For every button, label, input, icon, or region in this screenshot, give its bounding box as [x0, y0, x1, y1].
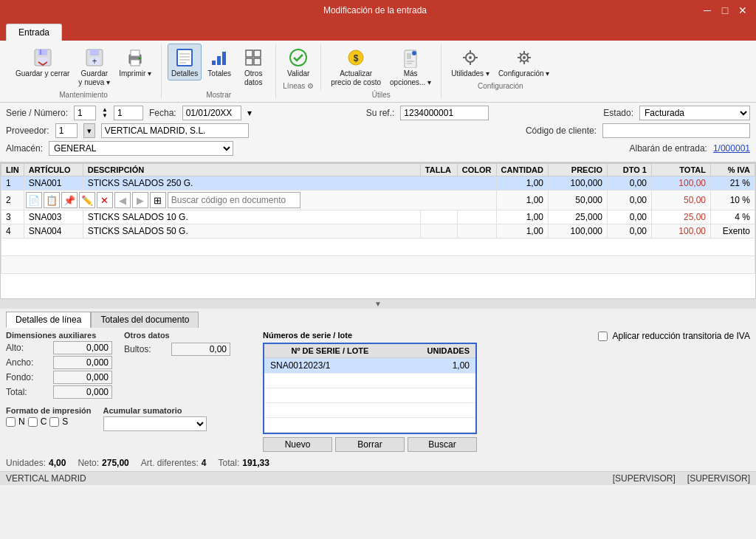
save-close-icon [31, 46, 55, 69]
almacen-label: Almacén: [6, 143, 43, 154]
lineas-label: Líneas ⚙ [283, 82, 314, 90]
utilidades-button[interactable]: Utilidades ▾ [447, 44, 493, 80]
alto-input[interactable] [53, 341, 112, 354]
configuracion-button[interactable]: Configuración ▾ [495, 44, 553, 80]
search-input[interactable] [168, 192, 300, 208]
neto-value: 275,00 [102, 458, 129, 468]
cell-iva: 4 % [711, 210, 755, 224]
numero-input[interactable] [114, 106, 143, 120]
col-lin: LIN [1, 164, 24, 176]
detalles-button[interactable]: Detalles [168, 44, 202, 80]
tab-totales-documento[interactable]: Totales del documento [91, 312, 199, 328]
acumular-select[interactable] [103, 416, 207, 431]
svg-rect-1 [38, 49, 47, 55]
ribbon-group-configuracion: Utilidades ▾ [441, 44, 559, 90]
guardar-cerrar-button[interactable]: Guardar y cerrar [12, 44, 73, 80]
almacen-select[interactable]: GENERAL [49, 141, 233, 156]
cell-descripcion: STICKS SALADOS 250 G. [83, 176, 420, 190]
toolbar-up-button[interactable]: ◀ [114, 192, 131, 208]
utilidades-label: Utilidades ▾ [451, 69, 489, 78]
borrar-button[interactable]: Borrar [335, 437, 405, 452]
svg-rect-5 [90, 49, 99, 55]
albaran-link[interactable]: 1/000001 [713, 143, 750, 154]
table-row[interactable]: 1 SNA001 STICKS SALADOS 250 G. 1,00 100,… [1, 176, 755, 190]
total-label: Total: [219, 458, 240, 468]
proveedor-lookup-button[interactable]: ▾ [83, 123, 95, 138]
table-row[interactable]: 2 📄 📋 📌 ✏️ ✕ ◀ ▶ ⊞ 1,00 50,000 [1, 190, 755, 210]
totales-button[interactable]: Totales [203, 44, 236, 80]
tab-entrada[interactable]: Entrada [6, 24, 62, 41]
close-button[interactable]: ✕ [735, 3, 750, 18]
ancho-input[interactable] [53, 356, 112, 369]
buscar-button[interactable]: Buscar [408, 437, 477, 452]
nuevo-button[interactable]: Nuevo [263, 437, 332, 452]
actualizar-precio-button[interactable]: $ Actualizarprecio de costo [327, 44, 385, 89]
otros-datos-icon [241, 46, 265, 69]
totales-label: Totales [207, 69, 231, 78]
total-input[interactable] [53, 385, 112, 399]
formato-c-checkbox[interactable] [28, 417, 38, 427]
separator[interactable]: ▼ [0, 299, 756, 309]
proveedor-id-input[interactable] [55, 123, 78, 138]
right-section: Aplicar reducción transitoria de IVA [483, 331, 750, 452]
title-bar: Modificación de la entrada ─ □ ✕ [0, 0, 756, 21]
fecha-dropdown-icon[interactable]: ▾ [247, 108, 252, 118]
guardar-nueva-button[interactable]: + Guardary nueva ▾ [75, 44, 114, 89]
acumular-title: Acumular sumatorio [103, 406, 207, 415]
cell-cantidad: 1,00 [496, 210, 548, 224]
toolbar-copy-button[interactable]: 📋 [44, 192, 60, 208]
toolbar-down-button[interactable]: ▶ [132, 192, 148, 208]
utilidades-icon [458, 46, 482, 69]
cell-precio: 25,000 [549, 210, 608, 224]
formato-n-checkbox[interactable] [6, 417, 16, 427]
proveedor-name-input[interactable] [101, 123, 249, 138]
cell-talla [420, 210, 457, 224]
col-color: COLOR [457, 164, 496, 176]
cell-color [457, 224, 496, 238]
serie-down[interactable]: ▼ [102, 113, 108, 119]
tab-bar: Entrada [0, 21, 756, 41]
summary-total: Total: 191,33 [219, 458, 269, 468]
total-value: 191,33 [242, 458, 269, 468]
fecha-input[interactable] [182, 106, 241, 120]
codigo-cliente-label: Código de cliente: [526, 126, 597, 136]
serie-lote-title: Números de serie / lote [263, 331, 477, 340]
su-ref-input[interactable] [400, 106, 489, 120]
window-title: Modificación de la entrada [50, 5, 700, 16]
bultos-label: Bultos: [124, 344, 168, 354]
guardar-cerrar-label: Guardar y cerrar [16, 69, 69, 78]
serie-row[interactable]: SNA0012023/1 1,00 [264, 358, 475, 374]
cell-serie: SNA0012023/1 [264, 358, 396, 374]
otros-datos-button[interactable]: Otrosdatos [237, 44, 269, 89]
toolbar-new-button[interactable]: 📄 [26, 192, 42, 208]
mas-opciones-button[interactable]: Másopciones... ▾ [386, 44, 435, 89]
table-row-empty [1, 256, 755, 274]
save-new-icon: + [83, 46, 106, 69]
imprimir-button[interactable]: Imprimir ▾ [115, 44, 155, 80]
bottom-section: Detalles de línea Totales del documento … [0, 309, 756, 455]
formato-s-checkbox[interactable] [49, 417, 59, 427]
user1: [SUPERVISOR] [613, 473, 676, 484]
toolbar-grid-button[interactable]: ⊞ [150, 192, 166, 208]
codigo-cliente-input[interactable] [602, 123, 750, 138]
iva-checkbox[interactable] [598, 332, 608, 341]
table-row[interactable]: 3 SNA003 STICKS SALADOS 10 G. 1,00 25,00… [1, 210, 755, 224]
maximize-button[interactable]: □ [718, 3, 732, 18]
minimize-button[interactable]: ─ [700, 3, 715, 18]
dimensiones-title: Dimensiones auxiliares [6, 331, 112, 340]
estado-select[interactable]: Facturada [639, 106, 750, 120]
bultos-input[interactable] [171, 343, 230, 356]
tab-detalles-linea[interactable]: Detalles de línea [6, 312, 91, 328]
mas-opciones-icon [399, 46, 422, 69]
validar-button[interactable]: Validar [282, 44, 315, 80]
toolbar-paste-button[interactable]: 📌 [61, 192, 78, 208]
table-row[interactable]: 4 SNA004 STICKS SALADOS 50 G. 1,00 100,0… [1, 224, 755, 238]
iva-section: Aplicar reducción transitoria de IVA [598, 331, 750, 341]
fondo-input[interactable] [53, 371, 112, 384]
cell-articulo: SNA003 [24, 210, 83, 224]
toolbar-edit-button[interactable]: ✏️ [79, 192, 95, 208]
dimensiones-section: Dimensiones auxiliares Alto: Ancho: Fond… [6, 331, 112, 399]
col-descripcion: DESCRIPCIÓN [83, 164, 420, 176]
toolbar-delete-button[interactable]: ✕ [97, 192, 113, 208]
serie-input[interactable] [74, 106, 96, 120]
